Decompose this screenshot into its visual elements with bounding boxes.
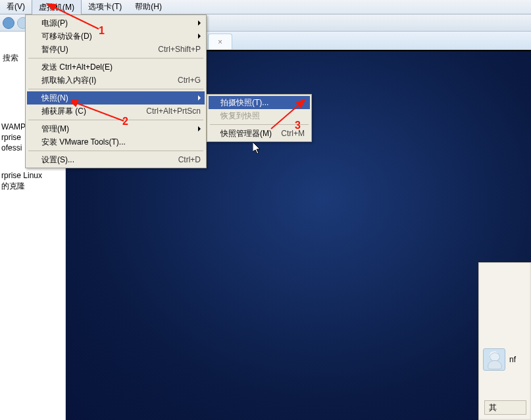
- menu-item-send-cad[interactable]: 发送 Ctrl+Alt+Del(E): [27, 60, 205, 74]
- menu-item-grab-input[interactable]: 抓取输入内容(I) Ctrl+G: [27, 74, 205, 87]
- menu-item-pause[interactable]: 暂停(U) Ctrl+Shift+P: [27, 43, 205, 56]
- menu-item-power[interactable]: 电源(P): [27, 16, 205, 30]
- tab-close-icon[interactable]: ×: [218, 37, 222, 47]
- menu-separator: [28, 89, 203, 89]
- menu-separator: [28, 151, 203, 151]
- menu-item-removable[interactable]: 可移动设备(D): [27, 30, 205, 43]
- menubar: 看(V) 虚拟机(M) 选项卡(T) 帮助(H): [0, 0, 531, 14]
- menu-item-capture-screen[interactable]: 捕获屏幕 (C) Ctrl+Alt+PrtScn: [27, 105, 205, 118]
- menu-item-snapshot[interactable]: 快照(N): [27, 91, 205, 105]
- sidebar-item[interactable]: rprise Linux: [1, 170, 64, 181]
- chevron-right-icon: [198, 20, 201, 26]
- tab-active[interactable]: ×: [208, 34, 232, 49]
- menu-item-manage[interactable]: 管理(M): [27, 122, 205, 135]
- menu-help[interactable]: 帮助(H): [128, 0, 168, 14]
- login-user-row[interactable]: nf: [483, 348, 516, 371]
- menu-separator: [28, 120, 203, 120]
- login-username: nf: [509, 355, 516, 364]
- sidebar-item[interactable]: 的克隆: [1, 181, 64, 191]
- login-other-button[interactable]: 其: [484, 400, 526, 415]
- menu-separator: [28, 58, 203, 58]
- submenu-snapshot-manager[interactable]: 快照管理器(M) Ctrl+M: [209, 127, 310, 140]
- chevron-right-icon: [198, 126, 201, 131]
- menu-item-settings[interactable]: 设置(S)... Ctrl+D: [27, 153, 205, 166]
- menu-separator: [210, 124, 309, 125]
- snapshot-submenu: 拍摄快照(T)... 恢复到快照 快照管理器(M) Ctrl+M: [207, 94, 312, 142]
- submenu-revert-snapshot: 恢复到快照: [209, 109, 310, 122]
- guest-login-panel: nf 其: [478, 262, 531, 420]
- menu-item-install-tools[interactable]: 安装 VMware Tools(T)...: [27, 135, 205, 149]
- menu-vm[interactable]: 虚拟机(M): [32, 0, 82, 15]
- submenu-take-snapshot[interactable]: 拍摄快照(T)...: [209, 96, 310, 109]
- menu-view[interactable]: 看(V): [0, 0, 32, 14]
- avatar-icon: [483, 348, 505, 371]
- chevron-right-icon: [198, 95, 201, 101]
- toolbar-button-1[interactable]: [3, 17, 14, 29]
- menu-tabs[interactable]: 选项卡(T): [82, 0, 128, 14]
- vm-dropdown-menu: 电源(P) 可移动设备(D) 暂停(U) Ctrl+Shift+P 发送 Ctr…: [25, 14, 207, 168]
- chevron-right-icon: [198, 34, 201, 39]
